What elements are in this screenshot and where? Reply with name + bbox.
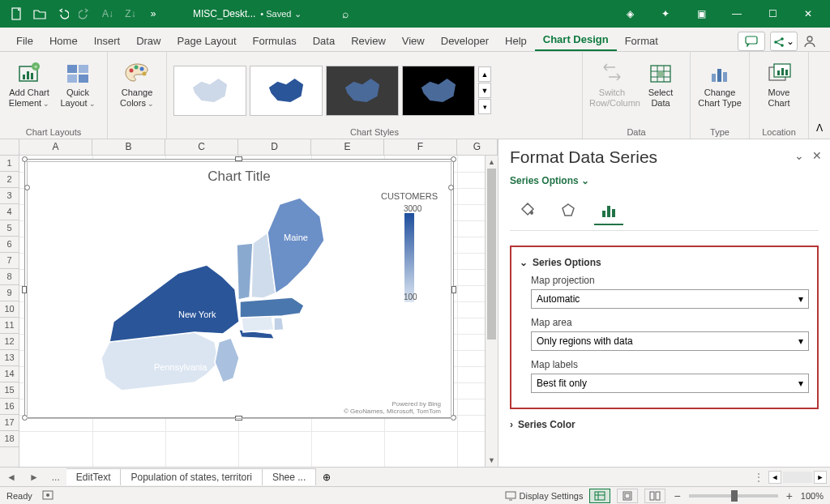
chart-handle-ne[interactable]	[451, 156, 456, 162]
premium-icon[interactable]: ◈	[614, 3, 645, 24]
display-settings-button[interactable]: Display Settings	[505, 491, 584, 501]
tab-view[interactable]: View	[394, 30, 433, 51]
col-header[interactable]: E	[311, 139, 384, 155]
gallery-down-icon[interactable]: ▼	[478, 83, 491, 98]
col-header[interactable]: D	[238, 139, 311, 155]
taskpane-subtitle[interactable]: Series Options ⌄	[510, 175, 819, 186]
map-area-select[interactable]: Only regions with data▾	[531, 331, 809, 351]
view-normal-icon[interactable]	[589, 489, 610, 503]
row-header[interactable]: 10	[0, 301, 19, 318]
zoom-slider[interactable]	[689, 494, 778, 498]
view-page-layout-icon[interactable]	[617, 489, 638, 503]
chart-title[interactable]: Chart Title	[32, 165, 446, 186]
row-header[interactable]: 16	[0, 399, 19, 415]
tab-chart-design[interactable]: Chart Design	[535, 28, 617, 51]
tab-home[interactable]: Home	[41, 30, 86, 51]
series-color-header[interactable]: › Series Color	[510, 416, 819, 434]
tab-page-layout[interactable]: Page Layout	[169, 30, 245, 51]
view-page-break-icon[interactable]	[644, 489, 665, 503]
row-header[interactable]: 14	[0, 366, 19, 382]
gallery-more-icon[interactable]: ▾	[478, 99, 491, 114]
row-header[interactable]: 12	[0, 334, 19, 350]
chart-style-4[interactable]	[402, 66, 475, 116]
chart-handle-se[interactable]	[451, 415, 456, 421]
sheet-nav-more[interactable]: ...	[45, 472, 66, 483]
tp-tab-fill-icon[interactable]	[513, 198, 542, 225]
zoom-out-icon[interactable]: −	[672, 489, 682, 502]
chart-style-2[interactable]	[250, 66, 323, 116]
row-header[interactable]: 15	[0, 382, 19, 399]
scroll-down-icon[interactable]: ▼	[486, 454, 498, 467]
undo-icon[interactable]	[52, 3, 73, 24]
row-header[interactable]: 11	[0, 318, 19, 334]
zoom-level[interactable]: 100%	[801, 491, 824, 501]
redo-icon[interactable]	[75, 3, 96, 24]
chart-area[interactable]: Chart Title Pennsylvania	[27, 161, 451, 419]
tab-format[interactable]: Format	[617, 30, 666, 51]
row-header[interactable]: 2	[0, 172, 19, 188]
scroll-up-icon[interactable]: ▲	[486, 156, 498, 169]
maximize-icon[interactable]: ☐	[757, 3, 788, 24]
close-icon[interactable]: ✕	[793, 3, 824, 24]
change-chart-type-button[interactable]: Change Chart Type	[697, 55, 742, 109]
change-colors-button[interactable]: Change Colors	[114, 55, 160, 109]
hscroll-right-icon[interactable]: ►	[814, 471, 827, 484]
row-header[interactable]: 1	[0, 156, 19, 172]
tp-tab-series-icon[interactable]	[594, 198, 623, 225]
gallery-up-icon[interactable]: ▲	[478, 66, 491, 82]
share-button[interactable]: ⌄	[770, 32, 798, 51]
row-header[interactable]: 17	[0, 415, 19, 431]
hscroll-left-icon[interactable]: ◄	[768, 471, 781, 484]
col-header[interactable]: C	[165, 139, 238, 155]
chart-legend[interactable]: CUSTOMERS 3000 100	[373, 186, 446, 400]
sheet-tab-population[interactable]: Population of states, territori	[121, 468, 262, 485]
row-header[interactable]: 8	[0, 269, 19, 285]
add-sheet-icon[interactable]: ⊕	[316, 472, 337, 483]
tab-data[interactable]: Data	[305, 30, 343, 51]
vscroll-thumb[interactable]	[487, 169, 496, 340]
add-chart-element-button[interactable]: + Add Chart Element	[6, 55, 52, 109]
tab-draw[interactable]: Draw	[128, 30, 169, 51]
vertical-scrollbar[interactable]: ▲ ▼	[485, 156, 498, 467]
tab-formulas[interactable]: Formulas	[245, 30, 305, 51]
sheet-tab-edittext[interactable]: EditText	[66, 468, 122, 485]
col-header[interactable]: F	[384, 139, 457, 155]
search-icon[interactable]: ⌕	[342, 7, 349, 20]
col-header[interactable]: B	[92, 139, 165, 155]
cells[interactable]: Chart Title Pennsylvania	[19, 156, 485, 467]
macro-record-icon[interactable]	[42, 490, 53, 502]
quick-layout-button[interactable]: Quick Layout	[55, 55, 101, 109]
row-header[interactable]: 9	[0, 285, 19, 301]
zoom-in-icon[interactable]: +	[785, 489, 794, 502]
col-header[interactable]: A	[19, 139, 92, 155]
row-header[interactable]: 6	[0, 237, 19, 253]
move-chart-button[interactable]: Move Chart	[756, 55, 802, 109]
plot-handle[interactable]	[24, 185, 30, 190]
tab-file[interactable]: File	[8, 30, 41, 51]
row-header[interactable]: 4	[0, 204, 19, 220]
tp-tab-effects-icon[interactable]	[554, 198, 583, 225]
plot-handle[interactable]	[448, 185, 454, 190]
chart-style-3[interactable]	[326, 66, 399, 116]
select-data-button[interactable]: Select Data	[638, 55, 683, 109]
chart-style-1[interactable]	[173, 66, 246, 116]
col-header[interactable]: G	[457, 139, 498, 155]
sheet-nav-prev-icon[interactable]: ◄	[0, 472, 23, 483]
row-header[interactable]: 5	[0, 220, 19, 237]
new-file-icon[interactable]	[6, 3, 28, 24]
taskpane-options-icon[interactable]: ⌄	[794, 149, 804, 162]
hscroll-track[interactable]	[783, 472, 812, 483]
map-labels-select[interactable]: Best fit only▾	[531, 374, 809, 393]
tab-insert[interactable]: Insert	[86, 30, 129, 51]
row-header[interactable]: 7	[0, 253, 19, 269]
open-file-icon[interactable]	[29, 3, 50, 24]
sort-asc-icon[interactable]: A↓	[97, 3, 118, 24]
qat-overflow-icon[interactable]: »	[143, 3, 164, 24]
select-all-corner[interactable]	[0, 139, 19, 155]
row-header[interactable]: 18	[0, 431, 19, 447]
sort-desc-icon[interactable]: Z↓	[120, 3, 141, 24]
ribbon-collapse-icon[interactable]: ᐱ	[809, 52, 830, 139]
tab-review[interactable]: Review	[343, 30, 394, 51]
save-status[interactable]: • Saved ⌄	[260, 9, 301, 19]
sheet-tab-shee[interactable]: Shee ...	[263, 468, 316, 485]
